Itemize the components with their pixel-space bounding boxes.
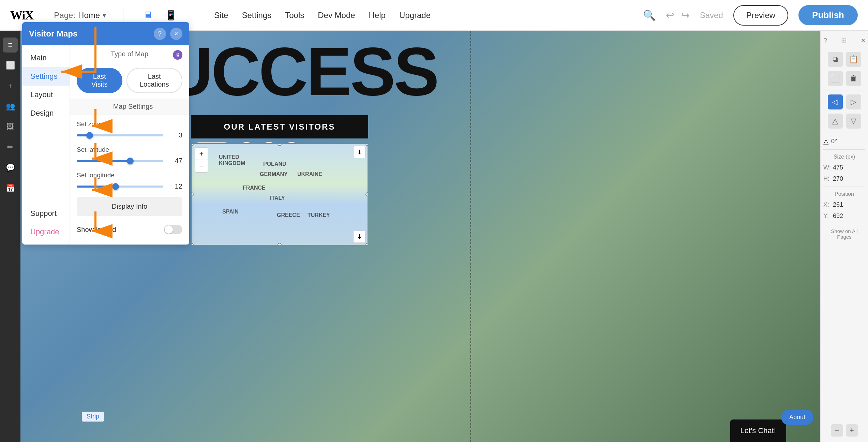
page-dropdown-icon[interactable]: ▾ [103,11,106,19]
dashed-border-line [470,31,471,442]
nav-site[interactable]: Site [214,11,228,20]
nav-tools[interactable]: Tools [285,11,304,20]
sidebar-icon-calendar[interactable]: 📅 [3,181,18,196]
publish-button[interactable]: Publish [798,5,858,25]
map-widget[interactable]: + − UNITEDKINGDOM POLAND GERMANY UKRAINE… [191,143,368,246]
success-heading: UCCESS [164,38,868,106]
mobile-view-icon[interactable]: 📱 [162,7,180,24]
props-align-left-icon[interactable]: ◁ [828,94,843,109]
nav-settings[interactable]: Settings [22,67,70,86]
props-duplicate-icon[interactable]: ⬜ [828,71,843,86]
sidebar-icon-design[interactable]: ✏ [3,140,18,155]
panel-title: Visitor Maps [29,29,77,39]
props-paste-icon[interactable]: 📋 [846,52,861,67]
display-info-button[interactable]: Display Info [77,197,182,216]
y-label: Y: [823,212,830,220]
props-delete-icon[interactable]: 🗑 [846,71,861,86]
x-value[interactable]: 261 [833,201,843,208]
zoom-in-icon[interactable]: + [195,148,208,160]
zoom-out-icon[interactable]: − [195,160,208,172]
sidebar-icon-elements[interactable]: ⬜ [3,58,18,73]
zoom-in-canvas-icon[interactable]: + [846,424,858,437]
sidebar-icon-chat[interactable]: 💬 [3,160,18,175]
sidebar-icon-pages[interactable]: ≡ [3,38,18,53]
panel-close-button[interactable]: × [170,28,182,40]
show-legend-row: Show legend [77,221,182,238]
latitude-slider-group: Set latitude 47 [77,146,182,165]
longitude-slider[interactable] [77,186,163,188]
map-download-icon-top[interactable]: ⬇ [353,146,365,158]
props-grid-icon[interactable]: ⊞ [841,36,847,45]
canvas-zoom-controls: − + [831,424,858,437]
handle-mr [365,192,368,196]
props-align-right-icon[interactable]: ▷ [846,94,861,109]
panel-header: Visitor Maps ? × [22,22,189,45]
nav-menu: Site Settings Tools Dev Mode Help Upgrad… [214,11,629,20]
page-name[interactable]: Home [78,11,100,20]
latitude-slider[interactable] [77,160,163,162]
width-label: W: [823,164,830,171]
redo-icon[interactable]: ↪ [681,9,690,21]
props-icon-row-1: ⧉ 📋 [828,52,861,67]
preview-button[interactable]: Preview [733,5,788,26]
sidebar-icon-add[interactable]: + [3,78,18,93]
nav-design[interactable]: Design [22,104,70,122]
nav-divider-2 [197,9,197,22]
nav-upgrade[interactable]: Upgrade [22,223,70,241]
chat-bubble[interactable]: Let's Chat! [730,419,786,442]
sidebar-icon-media[interactable]: 🖼 [3,119,18,134]
nav-upgrade[interactable]: Upgrade [399,11,431,20]
nav-devmode[interactable]: Dev Mode [318,11,355,20]
zoom-slider-group: Set zoom 3 [77,120,182,139]
map-label-greece: GREECE [277,212,300,218]
width-value[interactable]: 475 [833,164,843,171]
nav-main[interactable]: Main [22,49,70,67]
nav-settings[interactable]: Settings [242,11,271,20]
about-button[interactable]: About [781,410,813,425]
nav-support[interactable]: Support [22,204,70,223]
props-copy-icon[interactable]: ⧉ [828,52,843,67]
longitude-value: 12 [169,182,182,190]
map-download-icon-bottom[interactable]: ⬇ [353,231,365,243]
panel-header-icons: ? × [154,28,182,40]
handle-tr [365,143,368,146]
latitude-thumb[interactable] [127,158,134,164]
desktop-view-icon[interactable]: 🖥 [140,6,155,24]
map-label-poland: POLAND [263,161,286,167]
nav-layout[interactable]: Layout [22,86,70,104]
panel-help-button[interactable]: ? [154,28,166,40]
latitude-label: Set latitude [77,146,182,153]
saved-indicator: Saved [700,11,723,20]
rotation-value: 0° [831,138,837,145]
zoom-out-canvas-icon[interactable]: − [831,424,843,437]
props-question-icon[interactable]: ? [823,37,827,45]
props-close-button[interactable]: × [861,36,865,45]
props-align-bottom-icon[interactable]: ▽ [846,114,861,129]
panel-nav: Main Settings Layout Design Support Upgr… [22,45,70,245]
search-icon[interactable]: 🔍 [643,9,656,21]
show-on-all-pages-label: Show on All Pages [823,228,865,240]
nav-help[interactable]: Help [369,11,386,20]
map-zoom-controls: + − [195,147,208,173]
props-align-top-icon[interactable]: △ [828,114,843,129]
last-locations-button[interactable]: Last Locations [126,68,182,93]
crown-badge: ♛ [173,50,182,60]
zoom-slider[interactable] [77,134,163,136]
props-divider-3 [823,149,865,150]
map-label-uk: UNITEDKINGDOM [219,154,245,166]
zoom-thumb[interactable] [86,132,93,139]
undo-icon[interactable]: ↩ [666,9,674,21]
y-value[interactable]: 692 [833,212,843,220]
height-value[interactable]: 270 [833,175,843,182]
sidebar-icon-members[interactable]: 👥 [3,99,18,114]
last-visits-button[interactable]: Last Visits [77,68,122,93]
map-background: + − UNITEDKINGDOM POLAND GERMANY UKRAINE… [192,144,368,245]
show-legend-toggle[interactable] [164,225,182,234]
view-mode-switcher: 🖥 📱 [140,6,180,24]
props-divider-1 [823,90,865,90]
size-section-title: Size (px) [834,154,855,160]
handle-tl [191,143,194,146]
panel-settings-content: Type of Map ♛ Last Visits Last Locations… [70,45,189,245]
longitude-thumb[interactable] [112,183,119,190]
latitude-fill [77,160,130,162]
